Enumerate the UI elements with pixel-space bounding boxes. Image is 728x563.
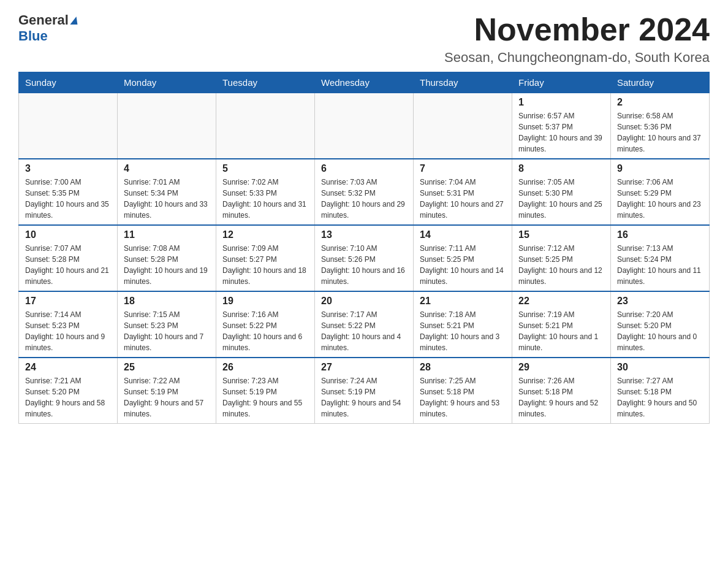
day-number: 27 bbox=[321, 362, 407, 373]
logo-general-text: General bbox=[18, 12, 69, 28]
day-info: Sunrise: 7:22 AM Sunset: 5:19 PM Dayligh… bbox=[124, 375, 210, 419]
day-cell: 6Sunrise: 7:03 AM Sunset: 5:32 PM Daylig… bbox=[315, 159, 414, 225]
week-row-5: 24Sunrise: 7:21 AM Sunset: 5:20 PM Dayli… bbox=[19, 358, 710, 424]
day-cell: 18Sunrise: 7:15 AM Sunset: 5:23 PM Dayli… bbox=[118, 291, 216, 358]
day-info: Sunrise: 7:21 AM Sunset: 5:20 PM Dayligh… bbox=[25, 375, 111, 419]
weekday-header-row: SundayMondayTuesdayWednesdayThursdayFrid… bbox=[19, 72, 710, 93]
day-cell: 30Sunrise: 7:27 AM Sunset: 5:18 PM Dayli… bbox=[611, 358, 710, 424]
day-cell: 23Sunrise: 7:20 AM Sunset: 5:20 PM Dayli… bbox=[611, 291, 710, 358]
day-info: Sunrise: 7:14 AM Sunset: 5:23 PM Dayligh… bbox=[25, 309, 111, 353]
day-number: 19 bbox=[222, 296, 308, 307]
day-cell bbox=[315, 93, 414, 159]
day-info: Sunrise: 7:23 AM Sunset: 5:19 PM Dayligh… bbox=[222, 375, 308, 419]
day-cell bbox=[118, 93, 216, 159]
day-number: 16 bbox=[617, 229, 703, 240]
weekday-header-tuesday: Tuesday bbox=[216, 72, 315, 93]
day-info: Sunrise: 7:01 AM Sunset: 5:34 PM Dayligh… bbox=[124, 177, 210, 221]
day-number: 18 bbox=[124, 296, 210, 307]
day-info: Sunrise: 7:26 AM Sunset: 5:18 PM Dayligh… bbox=[518, 375, 604, 419]
weekday-header-sunday: Sunday bbox=[19, 72, 118, 93]
day-info: Sunrise: 7:08 AM Sunset: 5:28 PM Dayligh… bbox=[124, 243, 210, 287]
day-number: 8 bbox=[518, 163, 604, 174]
day-info: Sunrise: 7:18 AM Sunset: 5:21 PM Dayligh… bbox=[420, 309, 506, 353]
week-row-2: 3Sunrise: 7:00 AM Sunset: 5:35 PM Daylig… bbox=[19, 159, 710, 225]
day-number: 1 bbox=[518, 97, 604, 108]
day-cell: 24Sunrise: 7:21 AM Sunset: 5:20 PM Dayli… bbox=[19, 358, 118, 424]
location-title: Seosan, Chungcheongnam-do, South Korea bbox=[444, 50, 710, 66]
day-number: 15 bbox=[518, 229, 604, 240]
weekday-header-friday: Friday bbox=[512, 72, 611, 93]
title-area: November 2024 Seosan, Chungcheongnam-do,… bbox=[444, 12, 710, 66]
logo: General Blue bbox=[18, 12, 78, 44]
day-number: 30 bbox=[617, 362, 703, 373]
weekday-header-thursday: Thursday bbox=[414, 72, 512, 93]
day-cell: 5Sunrise: 7:02 AM Sunset: 5:33 PM Daylig… bbox=[216, 159, 315, 225]
day-cell: 2Sunrise: 6:58 AM Sunset: 5:36 PM Daylig… bbox=[611, 93, 710, 159]
day-number: 21 bbox=[420, 296, 506, 307]
day-number: 13 bbox=[321, 229, 407, 240]
day-number: 3 bbox=[25, 163, 111, 174]
day-cell: 16Sunrise: 7:13 AM Sunset: 5:24 PM Dayli… bbox=[611, 225, 710, 291]
day-cell: 11Sunrise: 7:08 AM Sunset: 5:28 PM Dayli… bbox=[118, 225, 216, 291]
day-cell bbox=[19, 93, 118, 159]
day-number: 5 bbox=[222, 163, 308, 174]
day-cell: 9Sunrise: 7:06 AM Sunset: 5:29 PM Daylig… bbox=[611, 159, 710, 225]
weekday-header-saturday: Saturday bbox=[611, 72, 710, 93]
header: General Blue November 2024 Seosan, Chung… bbox=[18, 12, 710, 66]
week-row-4: 17Sunrise: 7:14 AM Sunset: 5:23 PM Dayli… bbox=[19, 291, 710, 358]
day-number: 29 bbox=[518, 362, 604, 373]
day-number: 11 bbox=[124, 229, 210, 240]
day-number: 17 bbox=[25, 296, 111, 307]
day-info: Sunrise: 7:24 AM Sunset: 5:19 PM Dayligh… bbox=[321, 375, 407, 419]
day-info: Sunrise: 7:13 AM Sunset: 5:24 PM Dayligh… bbox=[617, 243, 703, 287]
day-number: 6 bbox=[321, 163, 407, 174]
day-info: Sunrise: 7:20 AM Sunset: 5:20 PM Dayligh… bbox=[617, 309, 703, 353]
day-cell: 10Sunrise: 7:07 AM Sunset: 5:28 PM Dayli… bbox=[19, 225, 118, 291]
day-number: 24 bbox=[25, 362, 111, 373]
day-info: Sunrise: 7:16 AM Sunset: 5:22 PM Dayligh… bbox=[222, 309, 308, 353]
day-number: 12 bbox=[222, 229, 308, 240]
day-cell: 29Sunrise: 7:26 AM Sunset: 5:18 PM Dayli… bbox=[512, 358, 611, 424]
week-row-3: 10Sunrise: 7:07 AM Sunset: 5:28 PM Dayli… bbox=[19, 225, 710, 291]
week-row-1: 1Sunrise: 6:57 AM Sunset: 5:37 PM Daylig… bbox=[19, 93, 710, 159]
day-number: 2 bbox=[617, 97, 703, 108]
day-cell: 22Sunrise: 7:19 AM Sunset: 5:21 PM Dayli… bbox=[512, 291, 611, 358]
day-info: Sunrise: 7:19 AM Sunset: 5:21 PM Dayligh… bbox=[518, 309, 604, 353]
day-cell: 21Sunrise: 7:18 AM Sunset: 5:21 PM Dayli… bbox=[414, 291, 512, 358]
day-cell bbox=[414, 93, 512, 159]
day-number: 7 bbox=[420, 163, 506, 174]
day-cell: 7Sunrise: 7:04 AM Sunset: 5:31 PM Daylig… bbox=[414, 159, 512, 225]
day-cell: 1Sunrise: 6:57 AM Sunset: 5:37 PM Daylig… bbox=[512, 93, 611, 159]
day-info: Sunrise: 7:12 AM Sunset: 5:25 PM Dayligh… bbox=[518, 243, 604, 287]
day-info: Sunrise: 7:15 AM Sunset: 5:23 PM Dayligh… bbox=[124, 309, 210, 353]
day-cell: 3Sunrise: 7:00 AM Sunset: 5:35 PM Daylig… bbox=[19, 159, 118, 225]
day-info: Sunrise: 7:11 AM Sunset: 5:25 PM Dayligh… bbox=[420, 243, 506, 287]
day-info: Sunrise: 7:03 AM Sunset: 5:32 PM Dayligh… bbox=[321, 177, 407, 221]
day-info: Sunrise: 7:02 AM Sunset: 5:33 PM Dayligh… bbox=[222, 177, 308, 221]
day-cell: 12Sunrise: 7:09 AM Sunset: 5:27 PM Dayli… bbox=[216, 225, 315, 291]
day-cell bbox=[216, 93, 315, 159]
day-info: Sunrise: 7:27 AM Sunset: 5:18 PM Dayligh… bbox=[617, 375, 703, 419]
day-number: 14 bbox=[420, 229, 506, 240]
day-number: 26 bbox=[222, 362, 308, 373]
day-number: 25 bbox=[124, 362, 210, 373]
day-info: Sunrise: 7:07 AM Sunset: 5:28 PM Dayligh… bbox=[25, 243, 111, 287]
day-info: Sunrise: 6:57 AM Sunset: 5:37 PM Dayligh… bbox=[518, 110, 604, 155]
day-number: 22 bbox=[518, 296, 604, 307]
day-cell: 25Sunrise: 7:22 AM Sunset: 5:19 PM Dayli… bbox=[118, 358, 216, 424]
day-number: 23 bbox=[617, 296, 703, 307]
day-number: 9 bbox=[617, 163, 703, 174]
day-cell: 8Sunrise: 7:05 AM Sunset: 5:30 PM Daylig… bbox=[512, 159, 611, 225]
weekday-header-monday: Monday bbox=[118, 72, 216, 93]
calendar-table: SundayMondayTuesdayWednesdayThursdayFrid… bbox=[18, 72, 710, 424]
day-cell: 20Sunrise: 7:17 AM Sunset: 5:22 PM Dayli… bbox=[315, 291, 414, 358]
weekday-header-wednesday: Wednesday bbox=[315, 72, 414, 93]
day-info: Sunrise: 7:05 AM Sunset: 5:30 PM Dayligh… bbox=[518, 177, 604, 221]
day-cell: 17Sunrise: 7:14 AM Sunset: 5:23 PM Dayli… bbox=[19, 291, 118, 358]
day-cell: 26Sunrise: 7:23 AM Sunset: 5:19 PM Dayli… bbox=[216, 358, 315, 424]
day-cell: 13Sunrise: 7:10 AM Sunset: 5:26 PM Dayli… bbox=[315, 225, 414, 291]
logo-triangle-icon bbox=[70, 17, 78, 25]
day-info: Sunrise: 7:09 AM Sunset: 5:27 PM Dayligh… bbox=[222, 243, 308, 287]
day-info: Sunrise: 6:58 AM Sunset: 5:36 PM Dayligh… bbox=[617, 110, 703, 155]
day-cell: 28Sunrise: 7:25 AM Sunset: 5:18 PM Dayli… bbox=[414, 358, 512, 424]
